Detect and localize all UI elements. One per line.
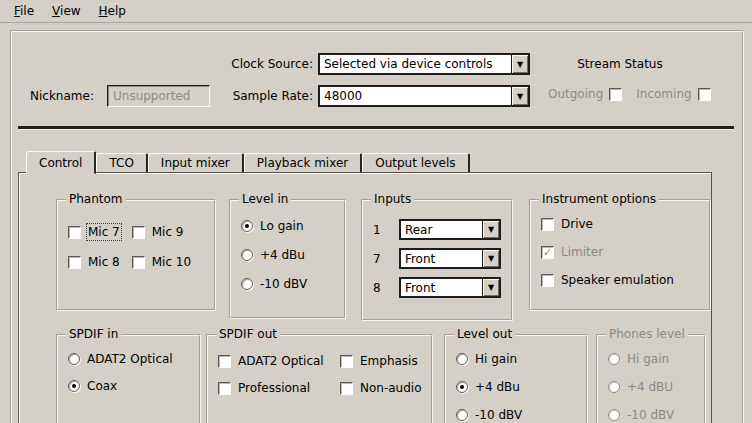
drive-label: Drive bbox=[561, 217, 593, 231]
app-window: { "menu": { "items": [ { "mnemonic": "F"… bbox=[0, 0, 752, 423]
sample-rate-combo[interactable]: 48000 ▼ bbox=[318, 85, 530, 107]
chevron-down-icon: ▼ bbox=[488, 283, 494, 292]
tab-playback-mixer[interactable]: Playback mixer bbox=[244, 153, 362, 173]
checkbox-spdif-out-adat2[interactable]: ✓ADAT2 Optical bbox=[218, 354, 336, 368]
menu-help-mnemonic: H bbox=[99, 4, 108, 18]
checkbox-emphasis[interactable]: ✓Emphasis bbox=[340, 354, 422, 368]
radio-spdif-in-adat2[interactable]: ADAT2 Optical bbox=[68, 352, 189, 366]
outgoing-checkbox: ✓ bbox=[609, 88, 622, 101]
horizontal-separator bbox=[18, 126, 734, 130]
input-8-dropdown-button[interactable]: ▼ bbox=[482, 279, 499, 296]
limiter-checkbox: ✓ bbox=[541, 246, 554, 259]
checkbox-mic8[interactable]: ✓Mic 8 bbox=[68, 255, 120, 269]
spdif-in-coax-radio[interactable] bbox=[68, 380, 80, 392]
menu-file[interactable]: File bbox=[6, 1, 42, 21]
mic10-checkbox[interactable]: ✓ bbox=[132, 256, 145, 269]
mic8-checkbox[interactable]: ✓ bbox=[68, 256, 81, 269]
speaker-emulation-checkbox[interactable]: ✓ bbox=[541, 274, 554, 287]
checkbox-mic7[interactable]: ✓Mic 7 bbox=[68, 225, 120, 239]
clock-source-combo[interactable]: Selected via device controls ▼ bbox=[318, 53, 530, 75]
tab-tco[interactable]: TCO bbox=[96, 153, 147, 173]
menu-help[interactable]: Help bbox=[91, 1, 134, 21]
professional-label: Professional bbox=[238, 381, 310, 395]
spdif-in-adat2-radio[interactable] bbox=[68, 353, 80, 365]
checkbox-speaker-emulation[interactable]: ✓Speaker emulation bbox=[541, 273, 699, 287]
input-channel-7-row: 7 Front▼ bbox=[373, 248, 501, 269]
level-out-plus4-radio[interactable] bbox=[456, 381, 468, 393]
input-7-dropdown-button[interactable]: ▼ bbox=[482, 250, 499, 267]
group-level-in: Level in Lo gain +4 dBu -10 dBV bbox=[229, 199, 346, 319]
tab-control[interactable]: Control bbox=[26, 151, 96, 174]
plus4-dbu-radio[interactable] bbox=[241, 249, 253, 261]
group-spdif-out: SPDIF out ✓ADAT2 Optical ✓Emphasis ✓Prof… bbox=[206, 334, 433, 423]
sample-rate-dropdown-button[interactable]: ▼ bbox=[511, 87, 528, 105]
chevron-down-icon: ▼ bbox=[488, 254, 494, 263]
input-1-value: Rear bbox=[401, 223, 482, 237]
mic8-label: Mic 8 bbox=[88, 255, 120, 269]
chevron-down-icon: ▼ bbox=[488, 225, 494, 234]
non-audio-label: Non-audio bbox=[360, 381, 422, 395]
sample-rate-value: 48000 bbox=[320, 89, 511, 103]
spdif-out-adat2-checkbox[interactable]: ✓ bbox=[218, 355, 231, 368]
radio-level-out-minus10[interactable]: -10 dBV bbox=[456, 408, 576, 422]
input-1-dropdown-button[interactable]: ▼ bbox=[482, 221, 499, 238]
sample-rate-label: Sample Rate: bbox=[215, 89, 313, 103]
level-out-hi-gain-label: Hi gain bbox=[475, 352, 517, 366]
input-1-combo[interactable]: Rear▼ bbox=[399, 219, 501, 240]
radio-level-in-lo-gain[interactable]: Lo gain bbox=[241, 219, 334, 233]
group-phantom: Phantom ✓Mic 7 ✓Mic 9 ✓Mic 8 ✓Mic 10 bbox=[56, 199, 216, 311]
mic9-checkbox[interactable]: ✓ bbox=[132, 226, 145, 239]
clock-source-label: Clock Source: bbox=[180, 57, 313, 71]
mic10-label: Mic 10 bbox=[152, 255, 191, 269]
checkbox-drive[interactable]: ✓Drive bbox=[541, 217, 699, 231]
level-out-minus10-radio[interactable] bbox=[456, 409, 468, 421]
level-out-hi-gain-radio[interactable] bbox=[456, 353, 468, 365]
checkbox-non-audio[interactable]: ✓Non-audio bbox=[340, 381, 422, 395]
group-level-out: Level out Hi gain +4 dBu -10 dBV bbox=[444, 334, 588, 423]
stream-status-indicators: Outgoing ✓ Incoming ✓ bbox=[548, 87, 711, 101]
checkbox-mic10[interactable]: ✓Mic 10 bbox=[132, 255, 191, 269]
menu-file-label: ile bbox=[20, 4, 34, 18]
phones-minus10-radio bbox=[608, 409, 620, 421]
group-instrument-options: Instrument options ✓Drive ✓Limiter ✓Spea… bbox=[529, 199, 711, 311]
group-inputs: Inputs 1 Rear▼ 7 Front▼ 8 Front▼ bbox=[361, 199, 513, 321]
emphasis-label: Emphasis bbox=[360, 354, 418, 368]
radio-level-out-plus4[interactable]: +4 dBu bbox=[456, 380, 576, 394]
input-7-value: Front bbox=[401, 252, 482, 266]
radio-phones-minus10: -10 dBV bbox=[608, 408, 694, 422]
spdif-out-adat2-label: ADAT2 Optical bbox=[238, 354, 324, 368]
minus10-dbv-radio[interactable] bbox=[241, 278, 253, 290]
checkbox-mic9[interactable]: ✓Mic 9 bbox=[132, 225, 191, 239]
nickname-label: Nickname: bbox=[30, 89, 94, 103]
phones-plus4-radio bbox=[608, 381, 620, 393]
emphasis-checkbox[interactable]: ✓ bbox=[340, 355, 353, 368]
tab-output-levels[interactable]: Output levels bbox=[362, 153, 469, 173]
professional-checkbox[interactable]: ✓ bbox=[218, 382, 231, 395]
input-8-number: 8 bbox=[373, 281, 399, 295]
plus4-dbu-label: +4 dBu bbox=[260, 248, 305, 262]
check-icon: ✓ bbox=[543, 247, 552, 258]
input-channel-8-row: 8 Front▼ bbox=[373, 277, 501, 298]
radio-phones-hi-gain: Hi gain bbox=[608, 352, 694, 366]
level-out-minus10-label: -10 dBV bbox=[475, 408, 522, 422]
drive-checkbox[interactable]: ✓ bbox=[541, 218, 554, 231]
radio-spdif-in-coax[interactable]: Coax bbox=[68, 379, 189, 393]
tab-input-mixer[interactable]: Input mixer bbox=[148, 153, 244, 173]
incoming-label: Incoming bbox=[636, 87, 691, 101]
non-audio-checkbox[interactable]: ✓ bbox=[340, 382, 353, 395]
spdif-in-adat2-label: ADAT2 Optical bbox=[87, 352, 173, 366]
mic9-label: Mic 9 bbox=[152, 225, 184, 239]
radio-level-out-hi-gain[interactable]: Hi gain bbox=[456, 352, 576, 366]
radio-phones-plus4: +4 dBU bbox=[608, 380, 694, 394]
group-spdif-in: SPDIF in ADAT2 Optical Coax bbox=[56, 334, 201, 423]
radio-level-in-plus4[interactable]: +4 dBu bbox=[241, 248, 334, 262]
lo-gain-radio[interactable] bbox=[241, 220, 253, 232]
radio-level-in-minus10[interactable]: -10 dBV bbox=[241, 277, 334, 291]
input-8-combo[interactable]: Front▼ bbox=[399, 277, 501, 298]
stream-status-label: Stream Status bbox=[558, 57, 682, 71]
menu-view[interactable]: View bbox=[44, 1, 88, 21]
input-7-combo[interactable]: Front▼ bbox=[399, 248, 501, 269]
mic7-checkbox[interactable]: ✓ bbox=[68, 226, 81, 239]
clock-source-dropdown-button[interactable]: ▼ bbox=[511, 55, 528, 73]
checkbox-professional[interactable]: ✓Professional bbox=[218, 381, 336, 395]
